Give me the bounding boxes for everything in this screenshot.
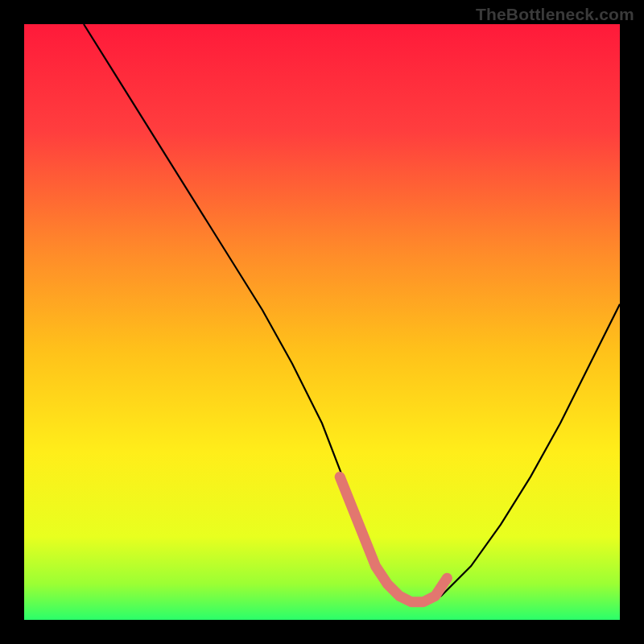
plot-background <box>24 24 620 620</box>
chart-svg <box>0 0 644 644</box>
chart-frame: TheBottleneck.com <box>0 0 644 644</box>
